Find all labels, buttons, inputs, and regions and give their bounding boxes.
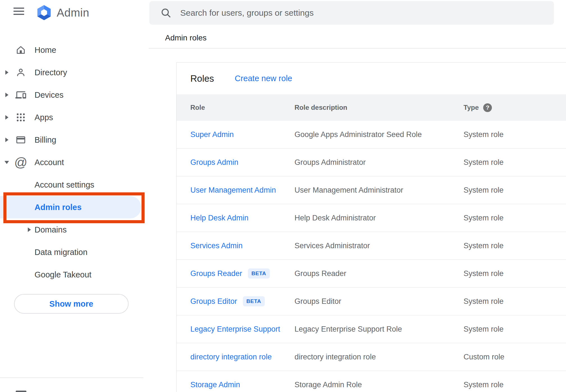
role-type: System role [464, 176, 504, 204]
show-more-button[interactable]: Show more [14, 294, 129, 314]
role-description: Help Desk Administrator [295, 204, 376, 232]
role-description: Groups Administrator [295, 149, 366, 176]
role-description: Legacy Enterprise Support Role [295, 315, 402, 343]
expand-caret-icon[interactable] [5, 138, 8, 142]
role-link[interactable]: Super Admin [190, 130, 234, 139]
column-header-description: Role description [295, 94, 347, 121]
role-link[interactable]: Groups Reader [190, 269, 242, 278]
devices-icon [15, 89, 26, 101]
role-description: directory integration role [295, 343, 376, 371]
apps-grid-icon [15, 112, 26, 123]
role-type: Custom role [464, 343, 505, 371]
roles-card-header: Roles Create new role [177, 63, 566, 94]
role-link[interactable]: User Management Admin [190, 186, 276, 195]
role-type: System role [464, 204, 504, 232]
role-type: System role [464, 315, 504, 343]
admin-logo-icon[interactable] [35, 4, 53, 21]
role-description: Services Administrator [295, 232, 370, 259]
sidebar-item-admin-roles[interactable]: Admin roles [0, 196, 141, 218]
sidebar-item-google-takeout[interactable]: Google Takeout [0, 263, 144, 286]
roles-table-body: Super Admin Google Apps Administrator Se… [177, 121, 566, 392]
table-row: Groups Editor BETA Groups Editor System … [177, 288, 566, 315]
sidebar-item-domains[interactable]: Domains [0, 218, 144, 241]
search-input[interactable] [180, 8, 554, 18]
expand-caret-icon[interactable] [28, 227, 31, 232]
credit-card-icon [15, 134, 26, 145]
table-row: directory integration role directory int… [177, 343, 566, 371]
sidebar-item-billing[interactable]: Billing [0, 132, 144, 148]
role-link[interactable]: Legacy Enterprise Support [190, 325, 280, 334]
role-type: System role [464, 371, 504, 392]
table-row: Groups Reader BETA Groups Reader System … [177, 260, 566, 288]
page-breadcrumb: Admin roles [165, 31, 207, 44]
app-title: Admin [57, 4, 89, 22]
role-link[interactable]: Groups Editor [190, 297, 237, 306]
expand-caret-icon[interactable] [5, 70, 8, 75]
table-row: Services Admin Services Administrator Sy… [177, 232, 566, 260]
roles-card: Roles Create new role Role Role descript… [176, 62, 566, 392]
role-link[interactable]: Services Admin [190, 241, 243, 250]
role-type: System role [464, 121, 504, 148]
roles-title: Roles [190, 63, 214, 94]
sidebar-divider [0, 377, 143, 378]
role-type: System role [464, 260, 504, 287]
google-admin-console: Admin Admin roles Home Directory [0, 0, 566, 392]
table-row: User Management Admin User Management Ad… [177, 176, 566, 204]
role-type: System role [464, 149, 504, 176]
role-description: Google Apps Administrator Seed Role [295, 121, 422, 148]
search-bar[interactable] [149, 1, 554, 25]
role-link[interactable]: Help Desk Admin [190, 214, 248, 222]
expand-caret-icon[interactable] [5, 93, 8, 97]
search-icon [160, 7, 172, 19]
role-link[interactable]: directory integration role [190, 353, 272, 361]
sidebar-item-apps[interactable]: Apps [0, 110, 144, 125]
create-new-role-link[interactable]: Create new role [235, 63, 292, 94]
column-header-type: Type [464, 104, 479, 111]
help-icon[interactable]: ? [483, 103, 492, 112]
role-description: User Management Administrator [295, 176, 403, 204]
person-icon [15, 67, 26, 78]
column-header-role: Role [190, 94, 205, 121]
beta-badge: BETA [248, 268, 270, 279]
sidebar-item-data-migration[interactable]: Data migration [0, 241, 144, 263]
sidebar-item-account-settings[interactable]: Account settings [0, 174, 144, 196]
table-row: Super Admin Google Apps Administrator Se… [177, 121, 566, 149]
role-type: System role [464, 232, 504, 259]
role-description: Groups Editor [295, 288, 341, 315]
role-type: System role [464, 288, 504, 315]
beta-badge: BETA [243, 296, 265, 306]
hamburger-menu-icon[interactable] [13, 8, 25, 18]
role-link[interactable]: Groups Admin [190, 158, 238, 167]
table-row: Legacy Enterprise Support Legacy Enterpr… [177, 315, 566, 343]
role-description: Groups Reader [295, 260, 346, 287]
at-sign-icon: @ [15, 157, 26, 168]
role-link[interactable]: Storage Admin [190, 380, 240, 389]
table-row: Storage Admin Storage Admin Role System … [177, 371, 566, 392]
role-description: Storage Admin Role [295, 371, 362, 392]
home-icon [15, 44, 26, 56]
expand-caret-icon[interactable] [5, 115, 8, 120]
sidebar-item-home[interactable]: Home [0, 42, 144, 58]
sidebar-item-devices[interactable]: Devices [0, 87, 144, 103]
header-divider [149, 48, 566, 49]
partial-bottom-icon [16, 391, 26, 392]
table-row: Help Desk Admin Help Desk Administrator … [177, 204, 566, 232]
sidebar-item-directory[interactable]: Directory [0, 65, 144, 80]
table-header-row: Role Role description Type ? [177, 94, 566, 121]
sidebar-item-account[interactable]: @ Account [0, 154, 144, 170]
collapse-caret-icon[interactable] [4, 161, 9, 164]
table-row: Groups Admin Groups Administrator System… [177, 149, 566, 176]
